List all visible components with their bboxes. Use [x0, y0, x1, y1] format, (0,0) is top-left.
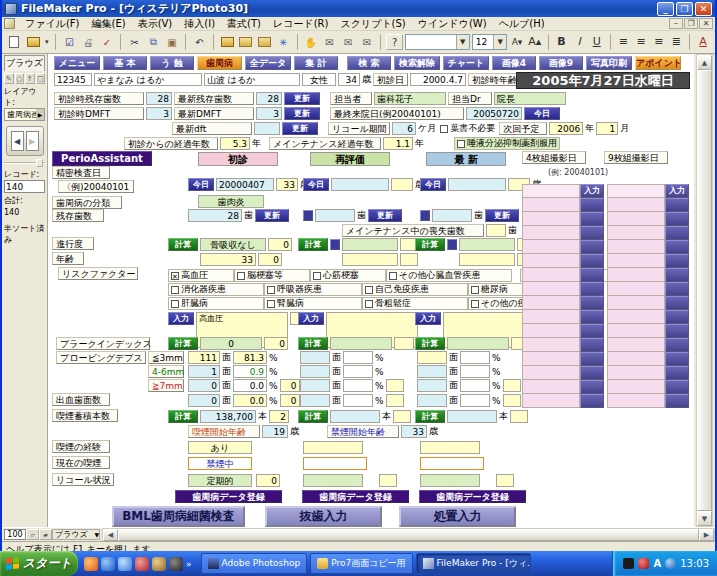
exam-age-field-c2[interactable]: [391, 178, 413, 191]
patient-id-field[interactable]: 12345: [54, 73, 92, 86]
exam-age-field-c1[interactable]: 33: [276, 178, 298, 191]
italic-icon[interactable]: I: [571, 34, 587, 50]
vertical-scroll-thumb[interactable]: [697, 70, 712, 511]
photo4-date-field[interactable]: [522, 268, 580, 282]
age-num-field-c2[interactable]: [400, 253, 418, 266]
recall-status-field-c1[interactable]: 定期的: [188, 474, 252, 487]
smoking-exp-field-c2[interactable]: [303, 441, 363, 454]
align-center-icon[interactable]: ≡: [633, 34, 649, 50]
photo9-input-button[interactable]: [665, 226, 689, 240]
staff-field[interactable]: 歯科花子: [374, 92, 446, 105]
first-remaining-field[interactable]: 28: [146, 92, 172, 105]
messenger-icon[interactable]: [118, 557, 132, 571]
zoom-in-icon[interactable]: ▰: [39, 529, 52, 540]
copy-icon[interactable]: ⧉: [145, 34, 162, 50]
photo9-input-button[interactable]: [665, 338, 689, 352]
recall-num-field-c1[interactable]: 0: [256, 474, 280, 487]
photo9-input-button[interactable]: [665, 310, 689, 324]
cut-icon[interactable]: ✂: [126, 34, 143, 50]
record-book-navigator[interactable]: ◀ ▶: [6, 126, 44, 156]
scroll-left-icon[interactable]: ◀: [103, 529, 118, 541]
bleeding-pct-c3[interactable]: [460, 394, 490, 407]
restore-button[interactable]: ❐: [676, 2, 693, 16]
checkbox-respiratory[interactable]: 呼吸器疾患: [264, 283, 362, 296]
photoshop-quick-icon[interactable]: [152, 557, 166, 571]
layout-selector[interactable]: 歯周病画 ▶: [4, 108, 45, 121]
photo9-input-button[interactable]: [665, 366, 689, 380]
gender-field[interactable]: 女性: [302, 73, 336, 86]
doctor-field[interactable]: 院長: [494, 92, 566, 105]
exam-date-field-c3[interactable]: [448, 178, 506, 191]
photo9-input-button[interactable]: [665, 324, 689, 338]
record-slider-thumb[interactable]: [36, 159, 43, 167]
document-icon[interactable]: [4, 18, 15, 29]
font-size-combo[interactable]: 12▼: [472, 34, 507, 50]
progress-field-c2[interactable]: [342, 238, 398, 251]
pd-46mm-pct-c1[interactable]: 0.9: [233, 365, 267, 378]
recall-num-field-c2[interactable]: [379, 474, 397, 487]
child-restore-button[interactable]: ❐: [684, 18, 698, 29]
tab-chart[interactable]: チャート: [443, 56, 489, 70]
last-visit-field[interactable]: 20050720: [466, 107, 522, 120]
pd-7mm-extra-c3[interactable]: [503, 379, 521, 392]
photo4-input-button[interactable]: [580, 310, 604, 324]
photo4-date-field[interactable]: [522, 380, 580, 394]
photo9-input-button[interactable]: [665, 240, 689, 254]
next-month-field[interactable]: 1: [596, 122, 618, 135]
menu-window[interactable]: ウインドウ(W): [412, 17, 493, 31]
bleeding-count-c1[interactable]: 0: [188, 394, 220, 407]
tab-caries[interactable]: う 蝕: [150, 56, 194, 70]
pd-7mm-count-c2[interactable]: [300, 379, 330, 392]
photo4-input-button[interactable]: [580, 394, 604, 408]
maintenance-loss-field[interactable]: [486, 224, 506, 237]
calc-smoking-button-c2[interactable]: 計算: [298, 410, 328, 423]
menu-file[interactable]: ファイル(F): [19, 17, 86, 31]
browse-mode-icon[interactable]: ✎: [4, 73, 14, 84]
tray-device-icon[interactable]: [623, 558, 634, 569]
open-file-icon[interactable]: [25, 34, 42, 50]
print-icon[interactable]: 🖨: [80, 34, 97, 50]
latest-remaining-field[interactable]: 28: [256, 92, 282, 105]
layout-mode-icon[interactable]: ↑: [25, 73, 35, 84]
pd-3mm-pct-c1[interactable]: 81.3: [233, 351, 267, 364]
smoking-total-field-c1[interactable]: 138,700: [200, 410, 256, 423]
photo4-input-button[interactable]: [580, 366, 604, 380]
calc-progress-button-c1[interactable]: 計算: [168, 238, 198, 251]
calc-progress-button-c3[interactable]: 計算: [415, 238, 445, 251]
tab-all-data[interactable]: 全データ: [245, 56, 291, 70]
photo9-date-field[interactable]: [607, 254, 665, 268]
smoking-exp-field-c1[interactable]: あり: [188, 441, 252, 454]
progress-num-field-c1[interactable]: 0: [268, 238, 292, 251]
taskbar-button-filemaker[interactable]: FileMaker Pro - [ウィ...: [416, 553, 531, 574]
photo9-input-button[interactable]: [665, 352, 689, 366]
pd-7mm-pct-c2[interactable]: [343, 379, 373, 392]
patient-name-field[interactable]: 山波 はるか: [204, 73, 300, 86]
text-color-icon[interactable]: A: [695, 34, 711, 50]
photo9-date-field[interactable]: [607, 394, 665, 408]
photo9-input-button[interactable]: [665, 282, 689, 296]
latest-dmft-field[interactable]: 3: [256, 107, 282, 120]
recall-status-field-c2[interactable]: [303, 474, 363, 487]
find-mode-icon[interactable]: ○: [15, 73, 25, 84]
scroll-up-icon[interactable]: ▲: [697, 55, 712, 70]
bold-icon[interactable]: B: [554, 34, 570, 50]
photo4-date-field[interactable]: [522, 352, 580, 366]
photo4-input-button[interactable]: [580, 352, 604, 366]
update-remaining-button-c3[interactable]: 更新: [485, 209, 519, 222]
treatment-input-button[interactable]: 処置入力: [399, 506, 516, 527]
register-perio-data-button-c1[interactable]: 歯周病データ登録: [175, 490, 282, 503]
delete-record-icon[interactable]: [256, 34, 273, 50]
input-risk-button-c3[interactable]: 入力: [415, 312, 441, 325]
ime-indicator-icon[interactable]: A: [653, 558, 661, 569]
photo9-input-button[interactable]: [665, 394, 689, 408]
pd-3mm-count-c2[interactable]: [300, 351, 330, 364]
mode-tab-browse[interactable]: ブラウズ: [4, 55, 45, 71]
today-button-c2[interactable]: 今日: [303, 178, 329, 191]
pd-3mm-count-c1[interactable]: 111: [188, 351, 220, 364]
extraction-input-button[interactable]: 抜歯入力: [265, 506, 382, 527]
register-perio-data-button-c2[interactable]: 歯周病データ登録: [302, 490, 409, 503]
help-icon[interactable]: ?: [386, 34, 403, 50]
checkbox-heart-attack[interactable]: 心筋梗塞: [310, 269, 386, 282]
plaque-field-c2[interactable]: [330, 337, 392, 350]
photo4-date-field[interactable]: [522, 338, 580, 352]
